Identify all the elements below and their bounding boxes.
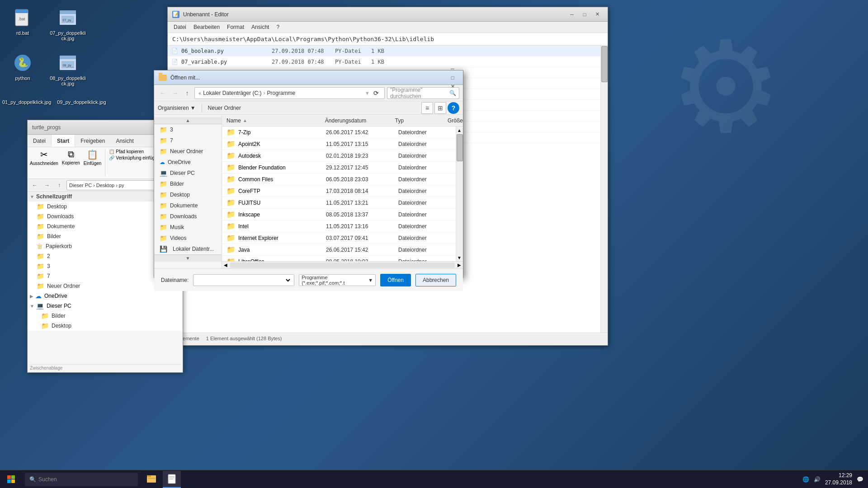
taskbar-app-explorer[interactable] (142, 471, 160, 488)
desktop-icon-python[interactable]: 🐍 python (5, 52, 41, 81)
breadcrumb-refresh-btn[interactable]: ⟳ (372, 89, 381, 98)
file-blender[interactable]: 📁Blender Foundation 29.12.2017 12:45 Dat… (222, 162, 456, 174)
taskbar-search[interactable]: 🔍 Suchen (25, 473, 138, 486)
dialog-open-btn[interactable]: Öffnen (380, 274, 411, 286)
dialog-minimize-btn[interactable]: ─ (447, 64, 458, 73)
sidebar-item-desktop[interactable]: 📁 Desktop (154, 189, 222, 200)
file-coreftp[interactable]: 📁CoreFTP 17.03.2018 08:14 Dateiordner (222, 185, 456, 197)
view-detail-btn[interactable]: ⊞ (434, 102, 446, 114)
sidebar-videos-icon: 📁 (160, 235, 167, 242)
taskbar-network-icon: 🌐 (802, 476, 809, 483)
file-apoint2k[interactable]: 📁Apoint2K 11.05.2017 13:15 Dateiordner (222, 138, 456, 150)
autodesk-name: Autodesk (238, 153, 261, 159)
col-size-header[interactable]: Größe (445, 117, 463, 124)
dialog-cancel-btn[interactable]: Abbrechen (415, 274, 456, 286)
dialog-breadcrumb[interactable]: « Lokaler Datenträger (C:) › Programme ▼… (194, 87, 385, 99)
hscroll-track[interactable] (230, 263, 455, 268)
hscroll-left-btn[interactable]: ◀ (222, 262, 229, 269)
sidebar-item-onedrive[interactable]: ☁ OneDrive (154, 157, 222, 168)
file-7zip[interactable]: 📁7-Zip 26.06.2017 15:42 Dateiordner (222, 127, 456, 138)
sidebar-item-dieser-pc[interactable]: 💻 Dieser PC (154, 168, 222, 178)
vscroll-thumb[interactable] (457, 134, 463, 161)
nav-forward-btn[interactable]: → (42, 180, 52, 190)
view-list-btn[interactable]: ≡ (421, 102, 433, 114)
dialog-back-btn[interactable]: ← (158, 88, 168, 98)
editor-maximize-btn[interactable]: □ (579, 10, 590, 19)
editor-minimize-btn[interactable]: ─ (566, 10, 578, 19)
editor-scrollbar-thumb[interactable] (601, 46, 608, 82)
tab-start[interactable]: Start (51, 135, 75, 147)
nav-back-btn[interactable]: ← (30, 180, 40, 190)
file-ie[interactable]: 📁Internet Explorer 03.07.2017 09:41 Date… (222, 232, 456, 244)
menu-help[interactable]: ? (273, 23, 283, 31)
desktop-icon-rd-bat[interactable]: .bat rd.bat (5, 7, 41, 36)
col-type-header[interactable]: Typ (393, 117, 445, 124)
tab-ansicht[interactable]: Ansicht (110, 135, 139, 147)
file-intel[interactable]: 📁Intel 11.05.2017 13:16 Dateiordner (222, 221, 456, 232)
vscroll-down-btn[interactable]: ▼ (456, 254, 462, 261)
dialog-up-btn[interactable]: ↑ (182, 88, 192, 98)
sidebar-item-7[interactable]: 📁 7 (154, 135, 222, 146)
dialog-help-btn[interactable]: ? (448, 102, 459, 114)
sidebar-scroll-down[interactable]: ▼ (154, 254, 222, 262)
dialog-maximize-btn[interactable]: □ (447, 73, 458, 82)
filename-dropdown[interactable] (196, 277, 292, 284)
editor-scrollbar[interactable] (600, 46, 608, 333)
onedrive-item[interactable]: ▶ ☁ OneDrive (28, 291, 183, 301)
file-fujitsu[interactable]: 📁FUJITSU 11.05.2017 13:21 Dateiordner (222, 197, 456, 209)
vscroll-up-btn[interactable]: ▲ (456, 127, 462, 134)
menu-ansicht[interactable]: Ansicht (248, 23, 273, 31)
new-folder-btn[interactable]: Neuer Ordner (208, 105, 241, 111)
breadcrumb-dropdown-arrow: ▼ (365, 90, 370, 96)
tree-pc-desktop[interactable]: 📁 Desktop (28, 321, 183, 331)
sidebar-item-dokumente[interactable]: 📁 Dokumente (154, 200, 222, 211)
dialog-forward-btn[interactable]: → (170, 88, 180, 98)
file-java[interactable]: 📁Java 26.06.2017 15:42 Dateiordner (222, 244, 456, 256)
desktop-icon-07py[interactable]: 07_py_ 07_py_doppelklick.jpg (50, 7, 86, 41)
ribbon-path[interactable]: 📋 Pfad kopieren 🔗 Verknüpfung einfügen (109, 149, 160, 160)
file-autodesk[interactable]: 📁Autodesk 02.01.2018 19:23 Dateiordner (222, 150, 456, 162)
file-row-07[interactable]: 📄 07_variable.py 27.09.2018 07:48 PY-Dat… (168, 56, 600, 67)
taskbar-start-btn[interactable] (0, 470, 23, 488)
menu-bearbeiten[interactable]: Bearbeiten (190, 23, 223, 31)
ribbon-cut[interactable]: ✂ Ausschneiden (30, 149, 58, 166)
sidebar-item-3[interactable]: 📁 3 (154, 124, 222, 135)
sidebar-scroll-up[interactable]: ▲ (154, 117, 222, 124)
menu-format[interactable]: Format (223, 23, 248, 31)
sidebar-item-neuer-ordner[interactable]: 📁 Neuer Ordner (154, 146, 222, 157)
org-toolbar-organise[interactable]: Organisieren ▼ (158, 105, 196, 111)
tree-3-label: 3 (47, 263, 50, 269)
hscroll-right-btn[interactable]: ▶ (456, 262, 463, 269)
col-date-header[interactable]: Änderungsdatum (323, 117, 393, 124)
dialog-vscrollbar[interactable]: ▲ ▼ (456, 127, 463, 261)
sidebar-item-videos[interactable]: 📁 Videos (154, 233, 222, 244)
nav-up-btn[interactable]: ↑ (54, 180, 64, 190)
tab-freigeben[interactable]: Freigeben (75, 135, 110, 147)
dieser-pc-arrow: ▼ (30, 304, 34, 309)
dialog-search-box[interactable]: "Programme" durchsuchen 🔍 (387, 87, 459, 99)
link-paste[interactable]: 🔗 Verknüpfung einfügen (109, 155, 160, 160)
ribbon-copy[interactable]: ⧉ Kopieren (62, 149, 80, 165)
tab-datei[interactable]: Datei (28, 135, 51, 147)
file-row-06[interactable]: 📄 06_boolean.py 27.09.2018 07:48 PY-Date… (168, 46, 600, 56)
filetype-dropdown[interactable]: Programme (*.exe;*.pif;*.com;*.t ▼ (299, 274, 376, 286)
file-common-files[interactable]: 📁Common Files 06.05.2018 23:03 Dateiordn… (222, 174, 456, 185)
filename-input[interactable] (193, 274, 294, 286)
sidebar-item-lokaler-daten[interactable]: 💾 Lokaler Datentr... (154, 244, 222, 254)
file-inkscape[interactable]: 📁Inkscape 08.05.2018 13:37 Dateiordner (222, 209, 456, 221)
desktop-icon-08py[interactable]: 08_py_ 08_py_doppelklick.jpg (50, 52, 86, 86)
editor-close-btn[interactable]: ✕ (591, 10, 603, 19)
file-libreoffice[interactable]: 📁LibreOffice 08.05.2018 10:02 Dateiordne… (222, 256, 456, 261)
sidebar-item-musik[interactable]: 📁 Musik (154, 222, 222, 233)
ribbon-paste[interactable]: 📋 Einfügen (84, 149, 101, 166)
inkscape-date: 08.05.2018 13:37 (326, 211, 398, 218)
dieser-pc-item[interactable]: ▼ 💻 Dieser PC (28, 301, 183, 311)
taskbar-notification-icon: 💬 (857, 476, 863, 483)
col-name-header[interactable]: Name ▲ (222, 117, 323, 124)
sidebar-item-bilder[interactable]: 📁 Bilder (154, 178, 222, 189)
path-copy[interactable]: 📋 Pfad kopieren (109, 149, 160, 154)
menu-datei[interactable]: Datei (170, 23, 190, 31)
taskbar-app-notepad[interactable] (163, 471, 181, 488)
tree-pc-bilder[interactable]: 📁 Bilder (28, 311, 183, 321)
sidebar-item-downloads[interactable]: 📁 Downloads (154, 211, 222, 222)
